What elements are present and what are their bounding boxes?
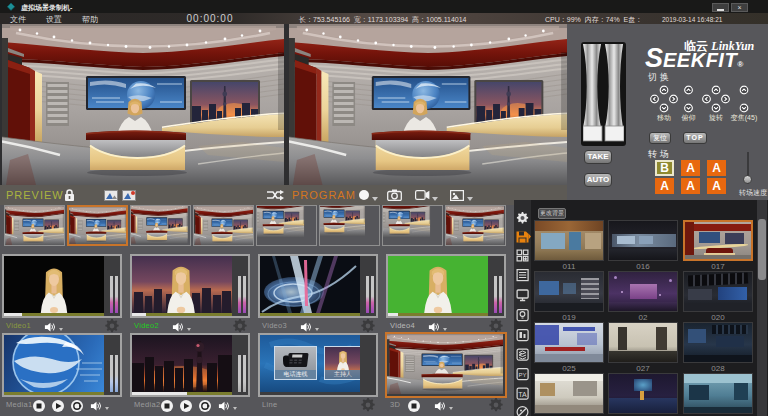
- svg-text:PY: PY: [518, 372, 526, 378]
- svg-text:变焦(45): 变焦(45): [730, 114, 757, 122]
- svg-text:移动: 移动: [657, 114, 671, 122]
- svg-text:俯仰: 俯仰: [682, 114, 696, 122]
- svg-text:TA: TA: [518, 391, 527, 398]
- svg-text:旋转: 旋转: [709, 114, 723, 122]
